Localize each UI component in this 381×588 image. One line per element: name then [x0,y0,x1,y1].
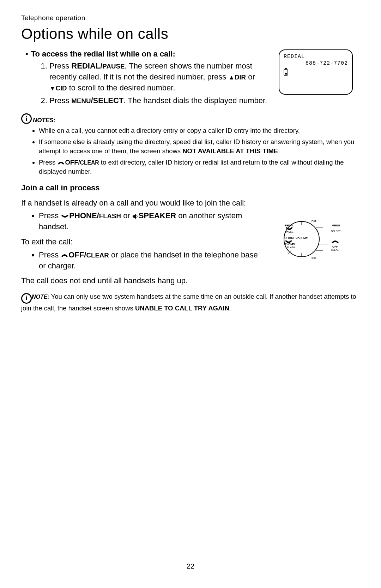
speaker-icon [132,214,139,219]
handset-screen: REDIAL 888-722-7702 [279,49,353,95]
step-item: Press MENU/SELECT. The handset dials the… [49,95,360,106]
sub-heading: Join a call in process [21,183,360,194]
off-handset-icon [61,253,68,258]
note-item: While on a call, you cannot edit a direc… [39,126,360,135]
header-line: Telephone operation [21,14,360,22]
notes-list: While on a call, you cannot edit a direc… [21,126,360,176]
join-intro: If a handset is already on a call and yo… [21,198,360,209]
diagram-ash: ASH [291,243,296,245]
diagram-dir: DIR [312,220,316,223]
notes-label: NOTES: [33,117,55,124]
page: Telephone operation Options while on cal… [0,0,381,588]
screen-line-1: REDIAL [284,54,348,60]
up-arrow-icon [228,72,234,81]
diagram-cid: CID [312,256,316,260]
diagram-pause: PAUSE [285,231,294,233]
diagram-redial: REDIAL [285,224,294,227]
diagram-clear: CLEAR [331,249,339,251]
handset-diagram: VOLUME PHONE PHONE ASH FLASH DIR REDIAL [275,217,353,261]
diagram-phone: PHONE [284,236,296,240]
page-number: 22 [0,562,381,570]
diagram-volume: VOLUME [296,237,308,240]
notes-header: i NOTES: [21,113,360,124]
phone-handset-icon [61,214,69,219]
diagram-menu: MENU [332,224,340,227]
call-end-note: The call does not end until all handsets… [21,275,360,286]
info-icon: i [21,293,32,304]
off-handset-icon [57,160,65,165]
diagram-flash: FLASH [287,246,295,249]
note-item: If someone else is already using the dir… [39,137,360,156]
diagram-off: OFF [332,245,338,248]
down-arrow-icon [49,83,55,92]
final-note: iNOTE: You can only use two system hands… [21,292,360,313]
info-icon: i [21,113,32,124]
diagram-select: SELECT [331,230,341,232]
page-title: Options while on calls [21,25,360,42]
note-item: Press OFF/CLEAR to exit directory, calle… [39,158,360,176]
battery-icon [284,69,288,76]
screen-line-2: 888-722-7702 [284,60,348,66]
